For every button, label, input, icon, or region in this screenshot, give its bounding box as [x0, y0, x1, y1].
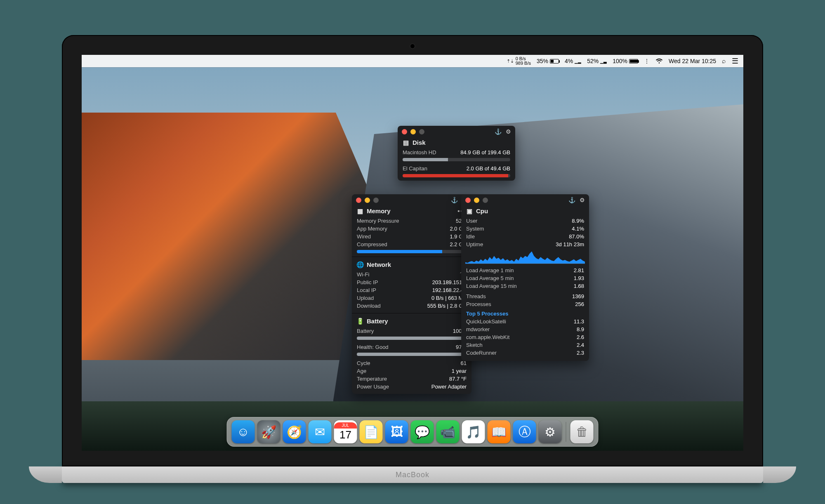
memory-header: ▦ Memory •••	[352, 205, 471, 217]
dock-trash[interactable]: 🗑	[570, 420, 594, 443]
bluetooth-icon[interactable]: ⋮	[644, 58, 650, 64]
battery-icon: 🔋	[357, 318, 363, 324]
battery-row: Age1 year	[352, 367, 471, 375]
zoom-icon[interactable]	[419, 129, 424, 134]
menubar-clock[interactable]: Wed 22 Mar 10:25	[669, 58, 716, 64]
network-row: Public IP203.189.151.9	[352, 278, 471, 286]
cpu-icon: ▣	[466, 208, 473, 214]
cpu-load-row: Load Average 1 min2.81	[461, 266, 589, 274]
cpu-titlebar[interactable]: ⚓ ⚙	[461, 194, 589, 205]
zoom-icon[interactable]	[483, 198, 488, 203]
close-icon[interactable]	[356, 198, 361, 203]
cpu-load-row: Load Average 15 min1.68	[461, 282, 589, 290]
menubar-battery[interactable]: 100%	[613, 58, 638, 64]
anchor-icon[interactable]: ⚓	[495, 128, 502, 135]
cpu-header: ▣ Cpu	[461, 205, 589, 217]
network-row: Download555 B/s | 2.8 GB	[352, 302, 471, 310]
menubar-net-speed[interactable]: ⇡⇣ 0 B/s989 B/s	[507, 57, 531, 66]
network-row: Local IP192.168.22.41	[352, 286, 471, 294]
menubar: ⇡⇣ 0 B/s989 B/s 35% 4%▁▂ 52%▁▃ 100% ⋮ We…	[82, 55, 743, 67]
memory-row: Memory Pressure52%	[352, 217, 471, 225]
cpu-row: System4.1%	[461, 225, 589, 233]
disk-icon: ▤	[403, 140, 409, 146]
dock-appstore[interactable]: Ⓐ	[513, 420, 536, 443]
disk-bar	[403, 174, 510, 177]
memory-row: Compressed2.2 GB	[352, 240, 471, 248]
battery-row: Power UsagePower Adapter	[352, 383, 471, 391]
network-icon: 🌐	[357, 262, 363, 268]
spotlight-icon[interactable]: ⌕	[722, 57, 726, 65]
dock: ☺🚀🧭✉JUL17📄🖼💬📹🎵📖Ⓐ⚙🗑	[227, 417, 599, 447]
dock-finder[interactable]: ☺	[232, 420, 255, 443]
dock-messages[interactable]: 💬	[411, 420, 434, 443]
dock-music[interactable]: 🎵	[462, 420, 485, 443]
dock-settings[interactable]: ⚙	[539, 420, 562, 443]
cpu-load-row: Load Average 5 min1.93	[461, 274, 589, 282]
cpu-top-row: Sketch2.4	[461, 341, 589, 349]
cpu-count-row: Processes256	[461, 300, 589, 308]
battery-health-bar	[357, 353, 467, 356]
bars-icon	[550, 59, 559, 64]
dock-calendar[interactable]: JUL17	[334, 420, 357, 443]
disk-header: ▤ Disk	[398, 137, 515, 148]
disk-drive-row: Macintosh HD84.9 GB of 199.4 GB	[398, 148, 515, 156]
cpu-row: Uptime3d 11h 23m	[461, 240, 589, 248]
memory-row: Wired1.9 GB	[352, 233, 471, 240]
cpu-sparkline	[465, 250, 585, 264]
dock-separator	[566, 422, 566, 442]
battery-row: Cycle61	[352, 359, 471, 367]
battery-row: Temperature87.7 °F	[352, 375, 471, 383]
battery-level-row: Battery100%	[352, 327, 471, 335]
battery-bar	[357, 337, 467, 340]
disk-drive-row: El Capitan2.0 GB of 49.4 GB	[398, 165, 515, 172]
memory-row: App Memory2.0 GB	[352, 225, 471, 233]
minimize-icon[interactable]	[365, 198, 370, 203]
menubar-stat-2[interactable]: 4%▁▂	[565, 58, 581, 64]
network-iface-row[interactable]: Wi-Fi ⌃⌄	[352, 271, 471, 278]
wifi-icon[interactable]	[655, 58, 663, 64]
notification-center-icon[interactable]: ☰	[732, 57, 738, 66]
battery-icon	[629, 59, 638, 64]
memory-icon: ▦	[357, 208, 363, 214]
memory-titlebar[interactable]: ⚓ ⚙	[352, 194, 471, 205]
minimize-icon[interactable]	[474, 198, 479, 203]
close-icon[interactable]	[465, 198, 471, 203]
dock-launchpad[interactable]: 🚀	[257, 420, 280, 443]
dock-notes[interactable]: 📄	[360, 420, 383, 443]
cpu-row: User8.9%	[461, 217, 589, 225]
top-processes-title: Top 5 Processes	[461, 308, 589, 318]
dock-facetime[interactable]: 📹	[436, 420, 460, 443]
network-row: Upload0 B/s | 663 MB	[352, 294, 471, 302]
minimize-icon[interactable]	[410, 129, 416, 134]
net-down-label: 989 B/s	[516, 61, 531, 66]
memory-bar	[357, 250, 467, 253]
menubar-stat-3[interactable]: 52%▁▃	[587, 58, 607, 64]
menubar-stat-1[interactable]: 35%	[537, 58, 559, 64]
dock-books[interactable]: 📖	[488, 420, 511, 443]
battery-health-row: Health: Good97%	[352, 343, 471, 351]
dock-safari[interactable]: 🧭	[283, 420, 306, 443]
cpu-top-row: com.apple.WebKit2.6	[461, 333, 589, 341]
cpu-top-row: QuickLookSatelli11.3	[461, 318, 589, 325]
cpu-widget[interactable]: ⚓ ⚙ ▣ Cpu User8.9%System4.1%Idle87.0%Upt…	[461, 194, 589, 361]
zoom-icon[interactable]	[373, 198, 379, 203]
disk-widget[interactable]: ⚓ ⚙ ▤ Disk Macintosh HD84.9 GB of 199.4 …	[398, 126, 515, 181]
cpu-row: Idle87.0%	[461, 233, 589, 240]
gear-icon[interactable]: ⚙	[580, 197, 585, 203]
cpu-top-row: mdworker8.9	[461, 325, 589, 333]
battery-header: 🔋 Battery	[352, 315, 471, 327]
cpu-count-row: Threads1369	[461, 292, 589, 300]
memory-widget[interactable]: ⚓ ⚙ ▦ Memory ••• Memory Pressure52%App M…	[352, 194, 471, 394]
disk-titlebar[interactable]: ⚓ ⚙	[398, 126, 515, 137]
network-header: 🌐 Network	[352, 259, 471, 271]
anchor-icon[interactable]: ⚓	[451, 197, 458, 203]
disk-bar	[403, 158, 510, 161]
dock-preview[interactable]: 🖼	[385, 420, 408, 443]
dock-mail[interactable]: ✉	[309, 420, 332, 443]
desktop: ⇡⇣ 0 B/s989 B/s 35% 4%▁▂ 52%▁▃ 100% ⋮ We…	[82, 55, 743, 451]
laptop-brand-label: MacBook	[396, 471, 429, 479]
close-icon[interactable]	[402, 129, 407, 134]
anchor-icon[interactable]: ⚓	[568, 197, 575, 203]
cpu-top-row: CodeRunner2.3	[461, 349, 589, 357]
gear-icon[interactable]: ⚙	[506, 128, 511, 135]
